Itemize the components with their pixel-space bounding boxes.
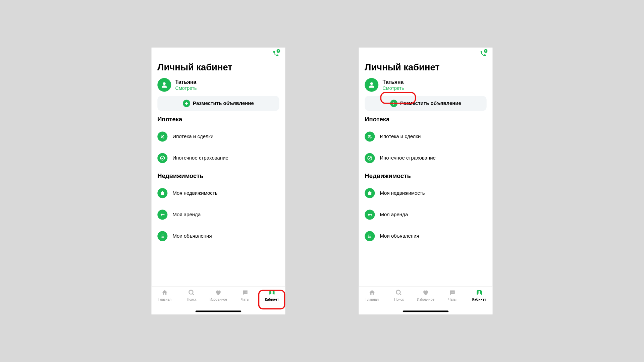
profile-block[interactable]: Татьяна Смотреть (157, 78, 279, 92)
page-title: Личный кабинет (365, 62, 486, 73)
nav-favorites[interactable]: Избранное (412, 289, 439, 302)
home-icon (161, 289, 168, 297)
mobile-screen-right: ? Личный кабинет Татьяна Смотреть (359, 48, 493, 314)
svg-point-14 (189, 290, 193, 294)
item-mortgage-insurance[interactable]: Ипотечное страхование (365, 147, 486, 169)
percent-icon (157, 131, 167, 141)
nav-label: Поиск (394, 298, 404, 302)
item-my-realty[interactable]: Моя недвижимость (365, 182, 486, 204)
home-icon (369, 289, 375, 297)
profile-view-link[interactable]: Смотреть (383, 85, 404, 91)
call-support-icon[interactable]: ? (272, 50, 279, 58)
svg-rect-7 (164, 214, 164, 216)
svg-line-36 (400, 294, 401, 295)
svg-rect-11 (162, 235, 164, 235)
nav-chats[interactable]: Чаты (439, 289, 466, 302)
svg-point-37 (451, 292, 451, 293)
header-bar: ? (359, 48, 493, 60)
profile-block[interactable]: Татьяна Смотреть (365, 78, 486, 92)
profile-view-link[interactable]: Смотреть (175, 85, 197, 91)
chat-icon (242, 289, 249, 297)
nav-cabinet[interactable]: Кабинет (466, 289, 493, 302)
item-label: Ипотечное страхование (172, 155, 228, 161)
profile-name: Татьяна (383, 79, 404, 85)
chat-icon (449, 289, 456, 297)
nav-search[interactable]: Поиск (178, 289, 205, 302)
nav-label: Чаты (241, 298, 249, 302)
avatar-icon (365, 78, 378, 92)
avatar-icon (157, 78, 171, 92)
nav-cabinet[interactable]: Кабинет (259, 289, 285, 302)
nav-label: Поиск (187, 298, 196, 302)
svg-point-9 (161, 236, 161, 236)
search-icon (395, 289, 402, 297)
svg-point-5 (161, 214, 162, 216)
item-my-rent[interactable]: Моя аренда (365, 204, 486, 225)
svg-point-2 (163, 137, 164, 138)
item-my-realty[interactable]: Моя недвижимость (157, 182, 279, 204)
nav-label: Кабинет (265, 298, 279, 302)
svg-rect-32 (369, 235, 371, 235)
item-my-rent[interactable]: Моя аренда (157, 204, 279, 225)
svg-rect-34 (369, 237, 371, 238)
post-ad-label: Разместить объявление (193, 101, 254, 107)
nav-label: Главная (366, 298, 379, 302)
item-label: Моя аренда (380, 212, 408, 218)
item-mortgage-deals[interactable]: Ипотека и сделки (365, 126, 486, 147)
svg-point-39 (453, 292, 454, 293)
svg-point-8 (161, 235, 161, 235)
section-title-realty: Недвижимость (365, 173, 486, 180)
post-ad-button[interactable]: + Разместить объявление (157, 96, 279, 111)
svg-rect-28 (371, 214, 371, 216)
svg-line-24 (368, 135, 371, 138)
nav-chats[interactable]: Чаты (232, 289, 259, 302)
person-icon (476, 289, 482, 297)
percent-icon (365, 131, 375, 141)
nav-home[interactable]: Главная (359, 289, 386, 302)
item-label: Мои объявления (172, 233, 212, 239)
heart-icon (422, 289, 429, 297)
nav-home[interactable]: Главная (152, 289, 178, 302)
profile-name: Татьяна (175, 79, 197, 85)
svg-rect-12 (162, 236, 164, 237)
bottom-nav: Главная Поиск Избранное Чаты (359, 286, 493, 314)
search-icon (188, 289, 195, 297)
nav-favorites[interactable]: Избранное (205, 289, 232, 302)
nav-label: Главная (158, 298, 171, 302)
item-my-ads[interactable]: Мои объявления (157, 226, 279, 247)
svg-point-18 (246, 292, 247, 293)
item-my-ads[interactable]: Мои объявления (365, 226, 486, 247)
post-ad-label: Разместить объявление (400, 101, 461, 107)
mobile-screen-left: ? Личный кабинет Татьяна Смотреть (152, 48, 285, 314)
person-icon (268, 289, 275, 297)
item-label: Моя недвижимость (172, 190, 217, 196)
list-icon (365, 231, 375, 241)
section-title-mortgage: Ипотека (157, 116, 279, 123)
header-bar: ? (152, 48, 285, 60)
post-ad-button[interactable]: + Разместить объявление (365, 96, 486, 111)
svg-point-0 (163, 82, 166, 85)
call-support-icon[interactable]: ? (480, 50, 486, 58)
svg-rect-33 (369, 236, 371, 237)
item-label: Моя аренда (172, 212, 201, 218)
svg-point-22 (368, 135, 369, 136)
item-label: Ипотека и сделки (380, 134, 421, 140)
svg-point-41 (478, 291, 480, 293)
svg-line-3 (161, 135, 164, 138)
svg-point-20 (271, 291, 273, 293)
house-icon (365, 188, 375, 198)
svg-line-15 (193, 294, 194, 295)
item-label: Мои объявления (380, 233, 419, 239)
item-label: Моя недвижимость (380, 190, 425, 196)
item-mortgage-deals[interactable]: Ипотека и сделки (157, 126, 279, 147)
item-mortgage-insurance[interactable]: Ипотечное страхование (157, 147, 279, 169)
item-label: Ипотека и сделки (172, 134, 213, 140)
nav-label: Избранное (210, 298, 227, 302)
nav-label: Кабинет (472, 298, 486, 302)
item-label: Ипотечное страхование (380, 155, 436, 161)
svg-point-1 (161, 135, 162, 136)
page-title: Личный кабинет (157, 62, 279, 73)
section-title-mortgage: Ипотека (365, 116, 486, 123)
nav-search[interactable]: Поиск (385, 289, 412, 302)
svg-point-16 (244, 292, 244, 293)
